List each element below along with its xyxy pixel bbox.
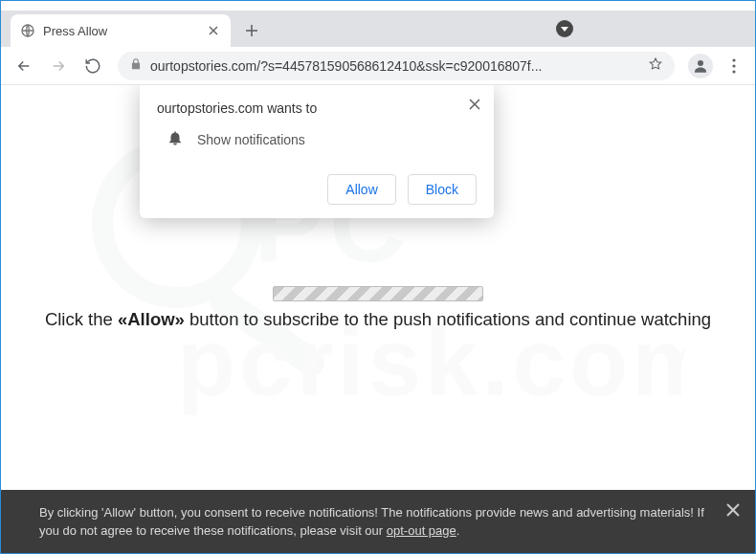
- reload-button[interactable]: [78, 51, 108, 81]
- tab-strip: Press Allow: [1, 11, 755, 47]
- popover-permission-label: Show notifications: [197, 132, 305, 147]
- lock-icon: [129, 57, 143, 74]
- cta-prefix: Click the: [45, 309, 118, 329]
- new-tab-button[interactable]: [238, 17, 265, 44]
- profile-avatar[interactable]: [688, 54, 713, 78]
- tab-press-allow[interactable]: Press Allow: [11, 14, 231, 47]
- popover-title: ourtopstories.com wants to: [157, 100, 477, 116]
- svg-point-10: [732, 58, 735, 61]
- consent-close-button[interactable]: [726, 503, 740, 522]
- toolbar: ourtopstories.com/?s=445781590568612410&…: [1, 47, 755, 85]
- consent-text: By clicking 'Allow' button, you consent …: [39, 503, 709, 541]
- address-bar[interactable]: ourtopstories.com/?s=445781590568612410&…: [118, 52, 675, 80]
- svg-point-11: [732, 64, 735, 67]
- cta-emphasis: «Allow»: [118, 309, 185, 329]
- globe-icon: [20, 23, 35, 38]
- tab-close-icon[interactable]: [206, 23, 221, 38]
- allow-button[interactable]: Allow: [327, 174, 395, 205]
- back-button[interactable]: [9, 51, 39, 81]
- tab-title: Press Allow: [43, 24, 198, 38]
- popover-permission-row: Show notifications: [157, 129, 477, 149]
- cta-text: Click the «Allow» button to subscribe to…: [1, 309, 755, 330]
- svg-point-12: [732, 70, 735, 73]
- consent-bar: By clicking 'Allow' button, you consent …: [1, 490, 755, 553]
- bookmark-star-icon[interactable]: [648, 56, 663, 75]
- popover-actions: Allow Block: [157, 174, 477, 205]
- svg-point-9: [698, 60, 703, 66]
- consent-text-1: By clicking 'Allow' button, you consent …: [39, 505, 704, 539]
- address-url: ourtopstories.com/?s=445781590568612410&…: [150, 58, 640, 74]
- consent-text-2: .: [456, 523, 460, 538]
- bell-icon: [167, 129, 184, 149]
- block-button[interactable]: Block: [408, 174, 477, 205]
- forward-button[interactable]: [43, 51, 74, 81]
- media-indicator-icon[interactable]: [556, 20, 573, 37]
- loading-bar: [273, 286, 483, 301]
- page-content: PC pcrisk.com ourtopstories.com wants to…: [1, 85, 755, 492]
- notification-permission-popover: ourtopstories.com wants to Show notifica…: [140, 85, 494, 218]
- popover-close-button[interactable]: [463, 93, 486, 116]
- opt-out-link[interactable]: opt-out page: [387, 523, 456, 538]
- cta-suffix: button to subscribe to the push notifica…: [185, 309, 711, 329]
- menu-kebab-icon[interactable]: [721, 58, 747, 74]
